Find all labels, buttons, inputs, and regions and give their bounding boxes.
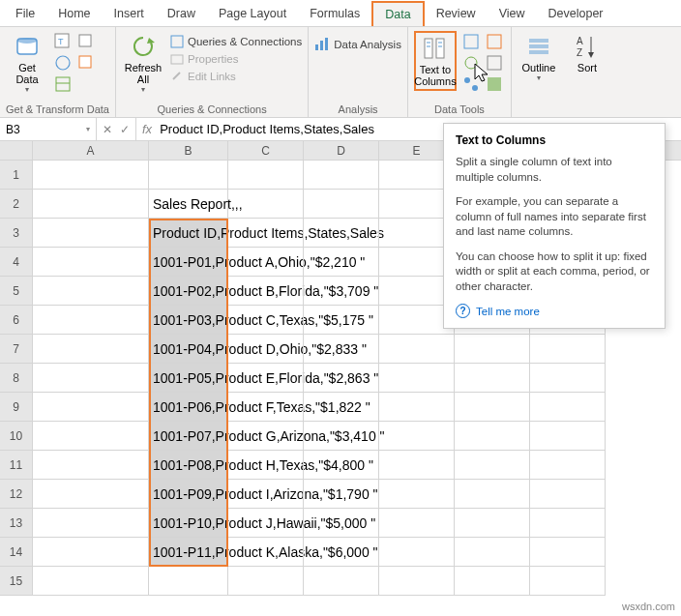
- cell[interactable]: [228, 451, 304, 480]
- cell[interactable]: [530, 422, 606, 451]
- row-header-14[interactable]: 14: [0, 538, 33, 567]
- data-validation-icon[interactable]: [462, 54, 480, 72]
- from-text-icon[interactable]: T: [54, 33, 72, 50]
- cell[interactable]: [455, 393, 530, 422]
- cell-B3[interactable]: Product ID,Product Items,States,Sales: [149, 219, 228, 248]
- cell[interactable]: [304, 567, 379, 596]
- cell[interactable]: [379, 364, 455, 393]
- refresh-all-button[interactable]: RefreshAll ▾: [122, 31, 164, 94]
- cell-B10[interactable]: 1001-P07,Product G,Arizona,"$3,410 ": [149, 422, 228, 451]
- cell[interactable]: [304, 393, 379, 422]
- row-header-3[interactable]: 3: [0, 219, 33, 248]
- row-header-5[interactable]: 5: [0, 277, 33, 306]
- row-header-10[interactable]: 10: [0, 422, 33, 451]
- cell[interactable]: [379, 422, 455, 451]
- cell[interactable]: [455, 422, 530, 451]
- name-box[interactable]: B3 ▾: [0, 118, 97, 140]
- outline-button[interactable]: Outline ▾: [518, 31, 560, 82]
- col-header-B[interactable]: B: [149, 141, 228, 160]
- sort-button[interactable]: AZ Sort: [566, 31, 608, 73]
- cell[interactable]: [530, 335, 606, 364]
- cell[interactable]: [304, 509, 379, 538]
- consolidate-icon[interactable]: [486, 54, 503, 72]
- row-header-12[interactable]: 12: [0, 480, 33, 509]
- tab-review[interactable]: Review: [425, 2, 488, 25]
- cell[interactable]: [33, 248, 149, 277]
- flash-fill-icon[interactable]: [462, 33, 480, 50]
- cell[interactable]: [33, 277, 149, 306]
- cell[interactable]: [304, 190, 379, 219]
- row-header-4[interactable]: 4: [0, 248, 33, 277]
- row-header-9[interactable]: 9: [0, 393, 33, 422]
- cell[interactable]: [33, 451, 149, 480]
- cell[interactable]: [33, 538, 149, 567]
- row-header-15[interactable]: 15: [0, 567, 33, 596]
- cell[interactable]: [379, 335, 455, 364]
- cell[interactable]: [455, 451, 530, 480]
- cell[interactable]: [33, 480, 149, 509]
- cell[interactable]: [304, 451, 379, 480]
- from-table-icon[interactable]: [54, 75, 72, 93]
- cell-B4[interactable]: 1001-P01,Product A,Ohio,"$2,210 ": [149, 248, 228, 277]
- cell[interactable]: [304, 364, 379, 393]
- tab-home[interactable]: Home: [46, 2, 102, 25]
- row-header-13[interactable]: 13: [0, 509, 33, 538]
- cancel-icon[interactable]: ✕: [103, 123, 112, 136]
- cell[interactable]: [530, 567, 606, 596]
- cell[interactable]: [228, 364, 304, 393]
- cell-B11[interactable]: 1001-P08,Product H,Texas,"$4,800 ": [149, 451, 228, 480]
- cell-B13[interactable]: 1001-P10,Product J,Hawaii,"$5,000 ": [149, 509, 228, 538]
- row-header-11[interactable]: 11: [0, 451, 33, 480]
- cell[interactable]: [149, 161, 228, 190]
- tab-developer[interactable]: Developer: [537, 2, 615, 25]
- cell[interactable]: [33, 393, 149, 422]
- cell[interactable]: [33, 335, 149, 364]
- cell[interactable]: [530, 451, 606, 480]
- cell[interactable]: [228, 306, 304, 335]
- cell[interactable]: [455, 364, 530, 393]
- cell[interactable]: [530, 480, 606, 509]
- cell-B5[interactable]: 1001-P02,Product B,Florida,"$3,709 ": [149, 277, 228, 306]
- cell[interactable]: [228, 335, 304, 364]
- existing-conn-icon[interactable]: [77, 54, 95, 72]
- namebox-dropdown-icon[interactable]: ▾: [86, 125, 90, 133]
- cell[interactable]: [228, 219, 304, 248]
- cell[interactable]: [228, 509, 304, 538]
- cell[interactable]: [33, 567, 149, 596]
- cell[interactable]: [455, 538, 530, 567]
- cell[interactable]: [228, 161, 304, 190]
- tab-formulas[interactable]: Formulas: [298, 2, 371, 25]
- cell[interactable]: [228, 393, 304, 422]
- cell[interactable]: [304, 248, 379, 277]
- cell[interactable]: [304, 161, 379, 190]
- cell[interactable]: [379, 567, 455, 596]
- cell[interactable]: [304, 480, 379, 509]
- data-analysis-button[interactable]: Data Analysis: [314, 31, 401, 52]
- cell[interactable]: [304, 219, 379, 248]
- cell[interactable]: [304, 422, 379, 451]
- enter-icon[interactable]: ✓: [120, 123, 130, 136]
- manage-data-model-icon[interactable]: [486, 75, 503, 93]
- cell[interactable]: [33, 161, 149, 190]
- cell-B14[interactable]: 1001-P11,Product K,Alaska,"$6,000 ": [149, 538, 228, 567]
- row-header-7[interactable]: 7: [0, 335, 33, 364]
- recent-sources-icon[interactable]: [77, 33, 95, 50]
- cell[interactable]: [379, 393, 455, 422]
- cell[interactable]: [228, 538, 304, 567]
- cell[interactable]: [228, 422, 304, 451]
- row-header-8[interactable]: 8: [0, 364, 33, 393]
- get-data-button[interactable]: GetData ▾: [6, 31, 48, 94]
- cell[interactable]: [304, 335, 379, 364]
- cell-B8[interactable]: 1001-P05,Product E,Florida,"$2,863 ": [149, 364, 228, 393]
- cell[interactable]: [33, 509, 149, 538]
- cell[interactable]: [379, 509, 455, 538]
- from-web-icon[interactable]: [54, 54, 72, 72]
- cell[interactable]: [530, 364, 606, 393]
- cell[interactable]: [33, 364, 149, 393]
- cell-B7[interactable]: 1001-P04,Product D,Ohio,"$2,833 ": [149, 335, 228, 364]
- cell[interactable]: [149, 567, 228, 596]
- text-to-columns-button[interactable]: Text toColumns: [414, 31, 457, 91]
- cell-B9[interactable]: 1001-P06,Product F,Texas,"$1,822 ": [149, 393, 228, 422]
- row-header-1[interactable]: 1: [0, 161, 33, 190]
- cell[interactable]: [228, 277, 304, 306]
